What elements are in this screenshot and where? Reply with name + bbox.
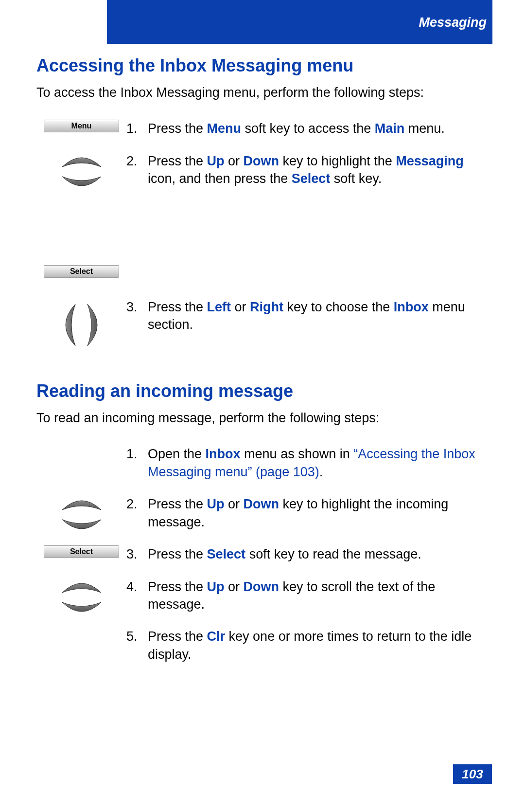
page-content: Accessing the Inbox Messaging menu To ac… bbox=[36, 55, 493, 678]
up-down-nav-icon bbox=[55, 578, 108, 617]
key-label: Select bbox=[292, 171, 331, 186]
key-label: Menu bbox=[207, 121, 242, 136]
step-row: 2. Press the Up or Down key to highlight… bbox=[36, 495, 493, 540]
section-heading-1: Accessing the Inbox Messaging menu bbox=[36, 55, 493, 76]
up-down-nav-icon bbox=[55, 152, 108, 191]
key-label: Select bbox=[207, 547, 246, 561]
left-right-nav-icon bbox=[58, 298, 105, 352]
key-label: Down bbox=[244, 497, 280, 511]
key-label: Main bbox=[375, 121, 405, 136]
step-row: 5. Press the Clr key one or more times t… bbox=[36, 628, 493, 672]
key-label: Down bbox=[244, 579, 280, 594]
step-item: 1. Open the Inbox menu as shown in “Acce… bbox=[126, 445, 493, 481]
key-label: Down bbox=[244, 154, 280, 168]
key-label: Messaging bbox=[396, 154, 464, 168]
chapter-header: Messaging bbox=[107, 0, 492, 44]
step-item: 5. Press the Clr key one or more times t… bbox=[126, 628, 493, 663]
step-row: Select 3. Press the Select soft key to r… bbox=[36, 545, 493, 572]
step-row: 1. Open the Inbox menu as shown in “Acce… bbox=[36, 445, 493, 489]
select-softkey-icon: Select bbox=[44, 545, 119, 558]
key-label: Clr bbox=[207, 629, 226, 644]
step-row: Menu 1. Press the Menu soft key to acces… bbox=[36, 120, 493, 146]
key-label: Up bbox=[207, 497, 225, 511]
key-label: Inbox bbox=[394, 300, 429, 314]
step-row: Select 2. Press the Up or Down key to hi… bbox=[36, 152, 493, 278]
key-label: Right bbox=[250, 300, 283, 314]
step-item: 1. Press the Menu soft key to access the… bbox=[126, 120, 493, 137]
key-label: Left bbox=[207, 300, 231, 314]
step-item: 4. Press the Up or Down key to scroll th… bbox=[126, 578, 493, 614]
step-item: 2. Press the Up or Down key to highlight… bbox=[126, 152, 493, 188]
up-down-nav-icon bbox=[55, 495, 108, 534]
chapter-title: Messaging bbox=[419, 15, 487, 30]
step-item: 3. Press the Left or Right key to choose… bbox=[126, 298, 493, 334]
step-item: 2. Press the Up or Down key to highlight… bbox=[126, 495, 493, 531]
section-1-intro: To access the Inbox Messaging menu, perf… bbox=[36, 84, 493, 101]
section-2-intro: To read an incoming message, perform the… bbox=[36, 409, 493, 427]
page-number: 103 bbox=[453, 764, 492, 784]
step-item: 3. Press the Select soft key to read the… bbox=[126, 545, 493, 563]
select-softkey-icon: Select bbox=[44, 265, 119, 278]
key-label: Inbox bbox=[206, 447, 241, 461]
menu-softkey-icon: Menu bbox=[44, 120, 119, 132]
section-heading-2: Reading an incoming message bbox=[36, 381, 493, 401]
step-row: 3. Press the Left or Right key to choose… bbox=[36, 298, 493, 352]
key-label: Up bbox=[207, 154, 225, 168]
step-row: 4. Press the Up or Down key to scroll th… bbox=[36, 578, 493, 622]
key-label: Up bbox=[207, 579, 225, 594]
